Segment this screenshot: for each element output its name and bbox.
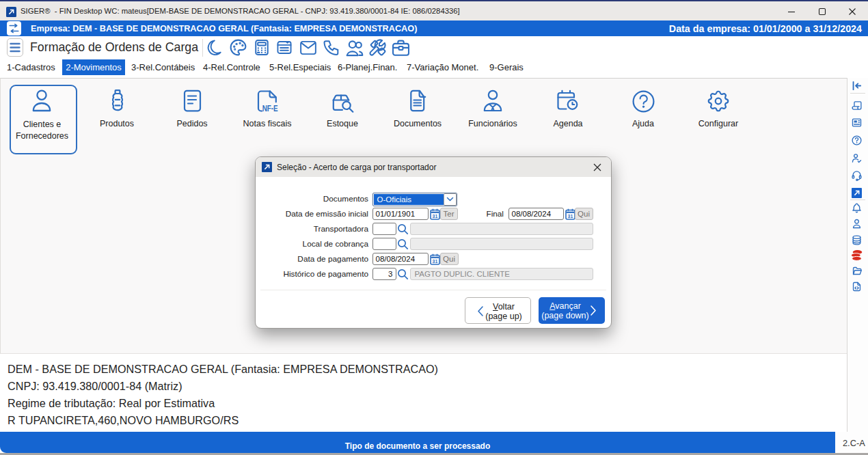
svg-text:31: 31: [433, 259, 438, 264]
svg-text:31: 31: [567, 214, 573, 219]
svg-text:31: 31: [433, 214, 438, 219]
svg-text:NF-E: NF-E: [262, 104, 278, 113]
